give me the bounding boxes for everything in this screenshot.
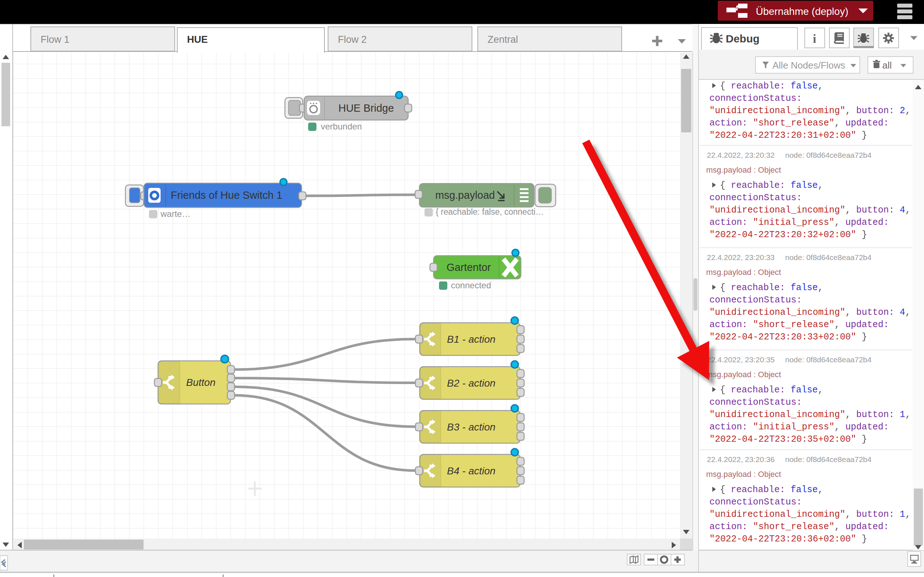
svg-text:Gartentor: Gartentor [447, 261, 491, 273]
svg-text:Button: Button [186, 377, 216, 388]
svg-text:"2022-04-22T23:20:36+02:00" }: "2022-04-22T23:20:36+02:00" } [709, 534, 867, 544]
svg-text:Debug: Debug [726, 33, 759, 45]
svg-text:{ reachable: false,: { reachable: false, [720, 81, 823, 91]
svg-text:{ reachable: false,: { reachable: false, [720, 180, 823, 191]
svg-text:B2 - action: B2 - action [447, 377, 495, 389]
svg-text:HUE Bridge: HUE Bridge [338, 102, 394, 114]
svg-text:22.4.2022, 23:20:35: 22.4.2022, 23:20:35 [707, 355, 775, 364]
svg-text:22.4.2022, 23:20:36: 22.4.2022, 23:20:36 [707, 455, 775, 464]
svg-text:connectionStatus:: connectionStatus: [709, 295, 802, 305]
svg-text:"2022-04-22T23:20:32+02:00" }: "2022-04-22T23:20:32+02:00" } [709, 230, 867, 240]
svg-text:"2022-04-22T23:20:35+02:00" }: "2022-04-22T23:20:35+02:00" } [709, 434, 867, 445]
svg-text:msg.payload : Object: msg.payload : Object [706, 370, 781, 379]
svg-text:action: "initial_press", updat: action: "initial_press", updated: [709, 422, 894, 432]
svg-text:"unidirectional_incoming", but: "unidirectional_incoming", button: 1, [709, 509, 911, 520]
svg-text:B1 - action: B1 - action [447, 334, 495, 345]
svg-text:22.4.2022, 23:20:33: 22.4.2022, 23:20:33 [707, 253, 775, 261]
svg-text:{ reachable: false,: { reachable: false, [720, 385, 823, 395]
svg-text:i: i [813, 32, 816, 45]
svg-text:Zentral: Zentral [488, 34, 518, 45]
svg-text:B3 - action: B3 - action [447, 421, 495, 433]
svg-text:node: 0f8d64ce8eaa72b4: node: 0f8d64ce8eaa72b4 [785, 151, 872, 159]
svg-text:verbunden: verbunden [321, 121, 362, 131]
svg-text:{ reachable: false, connecti…: { reachable: false, connecti… [436, 207, 544, 216]
svg-text:action: "initial_press", updat: action: "initial_press", updated: [709, 217, 894, 228]
svg-text:"2022-04-22T23:20:33+02:00" }: "2022-04-22T23:20:33+02:00" } [709, 332, 867, 342]
svg-text:all: all [882, 60, 892, 71]
svg-text:node: 0f8d64ce8eaa72b4: node: 0f8d64ce8eaa72b4 [785, 253, 872, 261]
svg-text:connectionStatus:: connectionStatus: [709, 93, 802, 104]
svg-text:HUE: HUE [187, 34, 208, 45]
svg-text:connectionStatus:: connectionStatus: [709, 193, 802, 203]
svg-text:action: "short_release", updat: action: "short_release", updated: [709, 118, 894, 128]
svg-text:connectionStatus:: connectionStatus: [709, 497, 802, 508]
svg-text:connectionStatus:: connectionStatus: [709, 397, 802, 408]
svg-text:action: "short_release", updat: action: "short_release", updated: [709, 319, 894, 330]
svg-text:action: "short_release", updat: action: "short_release", updated: [709, 522, 894, 532]
svg-text:node: 0f8d64ce8eaa72b4: node: 0f8d64ce8eaa72b4 [785, 355, 872, 364]
svg-text:"2022-04-22T23:20:31+02:00" }: "2022-04-22T23:20:31+02:00" } [709, 130, 867, 141]
svg-text:"unidirectional_incoming", but: "unidirectional_incoming", button: 4, [709, 205, 911, 216]
svg-text:"unidirectional_incoming", but: "unidirectional_incoming", button: 2, [709, 106, 911, 116]
svg-text:"unidirectional_incoming", but: "unidirectional_incoming", button: 4, [709, 307, 911, 318]
svg-text:Flow 2: Flow 2 [338, 34, 367, 45]
svg-text:{ reachable: false,: { reachable: false, [720, 485, 823, 495]
svg-text:msg.payload : Object: msg.payload : Object [706, 470, 781, 479]
svg-text:22.4.2022, 23:20:32: 22.4.2022, 23:20:32 [707, 151, 775, 159]
svg-text:warte…: warte… [160, 209, 191, 219]
svg-text:Übernahme (deploy): Übernahme (deploy) [756, 6, 848, 17]
svg-text:msg.payload : Object: msg.payload : Object [706, 165, 781, 174]
svg-text:Flow 1: Flow 1 [40, 34, 70, 45]
svg-text:msg.payload: msg.payload [435, 189, 495, 201]
svg-text:Friends of Hue Switch 1: Friends of Hue Switch 1 [171, 189, 282, 201]
svg-text:"unidirectional_incoming", but: "unidirectional_incoming", button: 1, [709, 409, 911, 420]
svg-text:B4 - action: B4 - action [447, 465, 495, 477]
svg-text:connected: connected [451, 280, 491, 290]
svg-text:node: 0f8d64ce8eaa72b4: node: 0f8d64ce8eaa72b4 [785, 455, 872, 464]
svg-text:msg.payload : Object: msg.payload : Object [706, 268, 781, 277]
svg-text:{ reachable: false,: { reachable: false, [720, 282, 823, 293]
svg-text:Alle Nodes/Flows: Alle Nodes/Flows [773, 60, 845, 71]
